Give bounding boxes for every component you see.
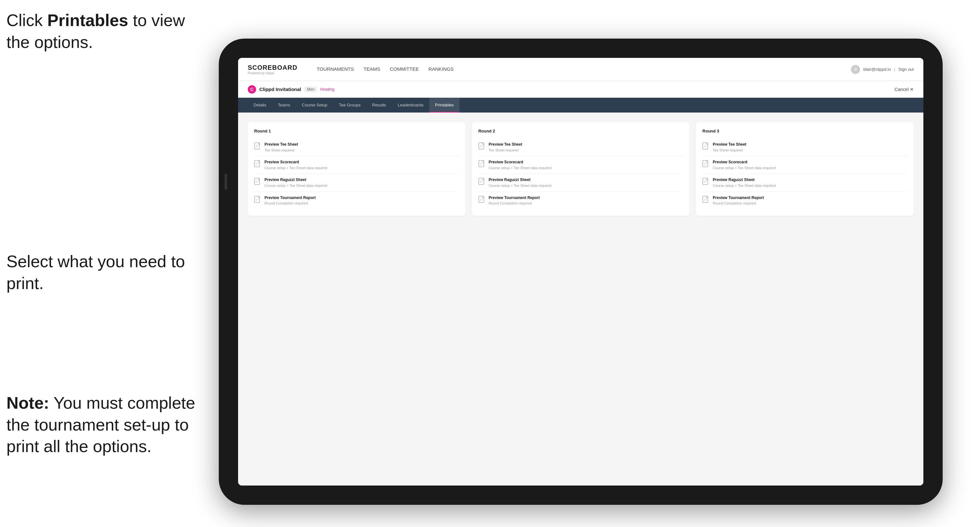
nav-tournaments[interactable]: TOURNAMENTS <box>317 65 354 74</box>
print-item-r1-1[interactable]: Preview Tee SheetTee Sheet required <box>254 138 459 156</box>
tournament-badge: Men <box>304 86 317 92</box>
print-item-content: Preview Tee SheetTee Sheet required <box>713 142 746 153</box>
print-item-r2-1[interactable]: Preview Tee SheetTee Sheet required <box>479 138 683 156</box>
tablet-screen: SCOREBOARD Powered by clippd TOURNAMENTS… <box>238 58 923 486</box>
user-avatar: B <box>851 65 860 74</box>
document-icon <box>479 178 485 186</box>
print-item-title: Preview Scorecard <box>713 159 775 165</box>
print-item-title: Preview Scorecard <box>264 159 327 165</box>
hosting-badge: Hosting <box>320 87 334 92</box>
print-item-title: Preview Raguzzi Sheet <box>264 177 327 183</box>
tab-leaderboards[interactable]: Leaderboards <box>392 98 429 113</box>
annotation-bottom: Note: You must complete the tournament s… <box>6 392 206 457</box>
print-item-subtitle: Round Completion required <box>489 201 540 206</box>
nav-items: TOURNAMENTS TEAMS COMMITTEE RANKINGS <box>317 65 838 74</box>
tab-teams[interactable]: Teams <box>272 98 296 113</box>
print-item-r2-4[interactable]: Preview Tournament ReportRound Completio… <box>479 192 683 210</box>
annotation-top-bold: Printables <box>47 11 128 30</box>
tournament-name: Clippd Invitational <box>259 86 301 92</box>
print-item-title: Preview Scorecard <box>489 159 552 165</box>
print-item-title: Preview Tournament Report <box>264 195 316 201</box>
round-3-title: Round 3 <box>702 129 907 133</box>
logo-powered: Powered by clippd <box>248 71 297 75</box>
print-item-subtitle: Course setup + Tee Sheet data required <box>489 183 552 188</box>
print-item-content: Preview Tee SheetTee Sheet required <box>489 142 522 153</box>
print-item-subtitle: Course setup + Tee Sheet data required <box>264 166 327 170</box>
print-item-subtitle: Round Completion required <box>264 201 316 206</box>
document-icon <box>254 196 261 204</box>
nav-rankings[interactable]: RANKINGS <box>428 65 453 74</box>
print-item-r1-4[interactable]: Preview Tournament ReportRound Completio… <box>254 192 459 210</box>
print-item-r2-2[interactable]: Preview ScorecardCourse setup + Tee Shee… <box>479 156 683 174</box>
print-item-subtitle: Tee Sheet required <box>264 148 298 153</box>
document-icon <box>254 143 261 151</box>
print-item-content: Preview Raguzzi SheetCourse setup + Tee … <box>489 177 552 188</box>
round-section-3: Round 3 Preview Tee SheetTee Sheet requi… <box>696 122 914 216</box>
document-icon <box>479 160 485 168</box>
print-item-r3-1[interactable]: Preview Tee SheetTee Sheet required <box>702 138 907 156</box>
print-item-content: Preview Tournament ReportRound Completio… <box>713 195 764 206</box>
print-item-content: Preview ScorecardCourse setup + Tee Shee… <box>713 159 775 170</box>
annotation-middle: Select what you need to print. <box>6 251 187 294</box>
tablet-frame: SCOREBOARD Powered by clippd TOURNAMENTS… <box>219 38 943 505</box>
nav-teams[interactable]: TEAMS <box>364 65 380 74</box>
user-email: blair@clippd.io <box>863 67 891 72</box>
cancel-x-icon: ✕ <box>910 87 914 92</box>
tab-results[interactable]: Results <box>366 98 392 113</box>
document-icon <box>702 160 710 168</box>
sub-header: C Clippd Invitational Men Hosting Cancel… <box>238 81 923 98</box>
print-item-subtitle: Course setup + Tee Sheet data required <box>489 166 552 170</box>
cancel-button[interactable]: Cancel ✕ <box>894 87 914 92</box>
print-item-title: Preview Raguzzi Sheet <box>713 177 775 183</box>
document-icon <box>702 143 710 151</box>
top-nav: SCOREBOARD Powered by clippd TOURNAMENTS… <box>238 58 923 81</box>
print-item-r3-4[interactable]: Preview Tournament ReportRound Completio… <box>702 192 907 210</box>
tab-printables[interactable]: Printables <box>429 98 460 113</box>
print-item-content: Preview ScorecardCourse setup + Tee Shee… <box>264 159 327 170</box>
logo-scoreboard: SCOREBOARD <box>248 64 297 71</box>
tab-bar: Details Teams Course Setup Tee Groups Re… <box>238 98 923 113</box>
print-item-subtitle: Tee Sheet required <box>713 148 746 153</box>
sign-out-link[interactable]: Sign out <box>898 67 914 72</box>
document-icon <box>479 196 485 204</box>
round-section-1: Round 1 Preview Tee SheetTee Sheet requi… <box>248 122 466 216</box>
print-item-content: Preview Raguzzi SheetCourse setup + Tee … <box>713 177 775 188</box>
document-icon <box>254 160 261 168</box>
print-item-subtitle: Round Completion required <box>713 201 764 206</box>
print-item-content: Preview Tournament ReportRound Completio… <box>264 195 316 206</box>
print-item-content: Preview Tournament ReportRound Completio… <box>489 195 540 206</box>
nav-committee[interactable]: COMMITTEE <box>390 65 419 74</box>
round-1-title: Round 1 <box>254 129 459 133</box>
print-item-subtitle: Course setup + Tee Sheet data required <box>264 183 327 188</box>
print-item-content: Preview ScorecardCourse setup + Tee Shee… <box>489 159 552 170</box>
tab-course-setup[interactable]: Course Setup <box>296 98 333 113</box>
tab-details[interactable]: Details <box>248 98 272 113</box>
print-item-title: Preview Tournament Report <box>489 195 540 201</box>
print-item-r3-2[interactable]: Preview ScorecardCourse setup + Tee Shee… <box>702 156 907 174</box>
print-item-r1-2[interactable]: Preview ScorecardCourse setup + Tee Shee… <box>254 156 459 174</box>
tournament-logo: C <box>248 85 256 94</box>
document-icon <box>702 178 710 186</box>
content-area: Round 1 Preview Tee SheetTee Sheet requi… <box>238 113 923 486</box>
document-icon <box>702 196 710 204</box>
round-2-title: Round 2 <box>479 129 683 133</box>
annotation-bottom-bold: Note: <box>6 394 49 412</box>
print-item-content: Preview Raguzzi SheetCourse setup + Tee … <box>264 177 327 188</box>
round-section-2: Round 2 Preview Tee SheetTee Sheet requi… <box>472 122 690 216</box>
rounds-grid: Round 1 Preview Tee SheetTee Sheet requi… <box>248 122 914 216</box>
tablet-button <box>224 174 227 190</box>
logo-area: SCOREBOARD Powered by clippd <box>248 64 297 75</box>
tab-tee-groups[interactable]: Tee Groups <box>333 98 366 113</box>
print-item-r1-3[interactable]: Preview Raguzzi SheetCourse setup + Tee … <box>254 174 459 192</box>
nav-right: B blair@clippd.io | Sign out <box>851 65 914 74</box>
print-item-content: Preview Tee SheetTee Sheet required <box>264 142 298 153</box>
print-item-subtitle: Course setup + Tee Sheet data required <box>713 166 775 170</box>
print-item-subtitle: Tee Sheet required <box>489 148 522 153</box>
annotation-top: Click Printables to view the options. <box>6 10 193 53</box>
print-item-title: Preview Raguzzi Sheet <box>489 177 552 183</box>
print-item-r2-3[interactable]: Preview Raguzzi SheetCourse setup + Tee … <box>479 174 683 192</box>
print-item-subtitle: Course setup + Tee Sheet data required <box>713 183 775 188</box>
print-item-title: Preview Tee Sheet <box>264 142 298 147</box>
print-item-title: Preview Tournament Report <box>713 195 764 201</box>
print-item-r3-3[interactable]: Preview Raguzzi SheetCourse setup + Tee … <box>702 174 907 192</box>
